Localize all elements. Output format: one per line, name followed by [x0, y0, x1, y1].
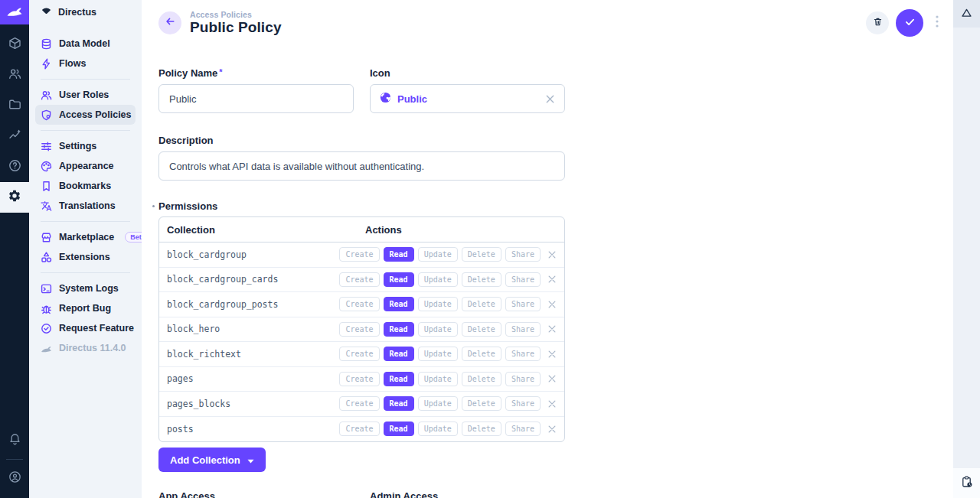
permission-chip-delete[interactable]: Delete: [462, 247, 501, 262]
sidebar-item-request-feature[interactable]: Request Feature: [35, 318, 136, 338]
permission-chip-update[interactable]: Update: [418, 422, 458, 436]
module-bar-divider: [6, 459, 23, 460]
permission-chip-delete[interactable]: Delete: [462, 422, 501, 436]
main-area: Access Policies Public Policy: [142, 0, 953, 498]
permission-chip-read[interactable]: Read: [384, 322, 414, 337]
more-options-button[interactable]: [930, 11, 944, 34]
module-content[interactable]: [0, 29, 29, 60]
module-users[interactable]: [0, 60, 29, 90]
notifications-button[interactable]: [0, 425, 29, 456]
directus-logo[interactable]: [0, 0, 29, 24]
permission-chip-share[interactable]: Share: [505, 297, 541, 311]
permission-chip-share[interactable]: Share: [505, 272, 541, 287]
permission-chip-update[interactable]: Update: [418, 247, 458, 262]
permission-chip-read[interactable]: Read: [384, 247, 414, 262]
policy-name-input[interactable]: [158, 84, 354, 113]
permission-chip-create[interactable]: Create: [339, 322, 379, 337]
kebab-icon: [936, 15, 939, 31]
permission-chip-create[interactable]: Create: [339, 247, 379, 262]
sidebar-item-report-bug[interactable]: Report Bug: [35, 298, 136, 318]
remove-row-icon[interactable]: [547, 350, 557, 359]
sidebar-item-flows[interactable]: Flows: [35, 54, 136, 73]
permission-chip-delete[interactable]: Delete: [462, 272, 501, 287]
folder-icon: [8, 98, 21, 114]
permission-chip-update[interactable]: Update: [418, 272, 458, 287]
permission-chip-update[interactable]: Update: [418, 297, 458, 311]
page-title: Public Policy: [190, 19, 282, 36]
permission-chip-create[interactable]: Create: [339, 347, 379, 361]
sidebar-item-translations[interactable]: Translations: [35, 196, 136, 216]
sidebar-item-appearance[interactable]: Appearance: [35, 156, 136, 176]
permission-chip-create[interactable]: Create: [339, 396, 379, 411]
permission-chip-update[interactable]: Update: [418, 322, 458, 337]
sidebar-item-user-roles[interactable]: User Roles: [35, 85, 136, 105]
delete-policy-button[interactable]: [866, 11, 889, 34]
permission-chip-share[interactable]: Share: [505, 422, 541, 436]
remove-row-icon[interactable]: [547, 300, 557, 309]
permission-chip-update[interactable]: Update: [418, 347, 458, 361]
permissions-table-header: Collection Actions: [159, 217, 564, 242]
permission-chip-update[interactable]: Update: [418, 372, 458, 386]
revisions-button[interactable]: [953, 468, 980, 498]
back-button[interactable]: [158, 11, 181, 34]
sidebar-item-settings[interactable]: Settings: [35, 136, 136, 156]
sidebar-item-label: Translations: [59, 200, 116, 211]
bell-icon: [8, 433, 21, 449]
permission-chip-read[interactable]: Read: [384, 297, 414, 311]
permission-chip-read[interactable]: Read: [384, 272, 414, 287]
permission-chip-create[interactable]: Create: [339, 297, 379, 311]
sidebar-item-data-model[interactable]: Data Model: [35, 34, 136, 54]
permission-chip-share[interactable]: Share: [505, 396, 541, 411]
clear-icon[interactable]: [545, 94, 555, 104]
account-button[interactable]: [0, 463, 29, 493]
breadcrumb[interactable]: Access Policies: [190, 10, 282, 19]
module-settings[interactable]: [0, 182, 29, 213]
permission-chip-delete[interactable]: Delete: [462, 372, 501, 386]
project-header[interactable]: Directus: [29, 0, 142, 24]
feature-icon: [41, 323, 52, 334]
remove-row-icon[interactable]: [547, 425, 557, 434]
remove-row-icon[interactable]: [547, 374, 557, 383]
permission-chip-share[interactable]: Share: [505, 247, 541, 262]
shield-icon: [41, 109, 52, 121]
sidebar-item-label: User Roles: [59, 90, 109, 100]
sidebar-item-extensions[interactable]: Extensions: [35, 247, 136, 267]
permission-chip-share[interactable]: Share: [505, 372, 541, 386]
permission-chip-read[interactable]: Read: [384, 347, 414, 361]
permission-chip-update[interactable]: Update: [418, 396, 458, 411]
sidebar-item-access-policies[interactable]: Access Policies: [35, 105, 136, 125]
icon-input[interactable]: Public: [370, 84, 565, 113]
remove-row-icon[interactable]: [547, 275, 557, 284]
permission-chip-create[interactable]: Create: [339, 422, 379, 436]
add-collection-button[interactable]: Add Collection: [158, 448, 266, 472]
module-docs[interactable]: [0, 151, 29, 182]
permission-chip-create[interactable]: Create: [339, 272, 379, 287]
gear-icon: [8, 189, 21, 206]
triangle-icon: [961, 7, 972, 21]
access-toggles-row: App Access Admin Access: [158, 490, 565, 498]
save-button[interactable]: [896, 9, 923, 37]
permission-chip-read[interactable]: Read: [384, 372, 414, 386]
sidebar-item-marketplace[interactable]: MarketplaceBeta: [35, 227, 136, 247]
permission-chip-delete[interactable]: Delete: [462, 322, 501, 337]
permission-chip-create[interactable]: Create: [339, 372, 379, 386]
permission-chip-delete[interactable]: Delete: [462, 297, 501, 311]
sidebar-item-system-logs[interactable]: System Logs: [35, 278, 136, 298]
permission-chip-read[interactable]: Read: [384, 422, 414, 436]
remove-row-icon[interactable]: [547, 250, 557, 259]
module-files[interactable]: [0, 90, 29, 121]
sidebar-item-label: Access Policies: [59, 109, 132, 120]
description-input[interactable]: [158, 151, 565, 181]
permission-chip-share[interactable]: Share: [505, 347, 541, 361]
permission-chip-delete[interactable]: Delete: [462, 347, 501, 361]
sidebar-toggle-button[interactable]: [953, 0, 980, 28]
remove-row-icon[interactable]: [547, 399, 557, 408]
permission-chip-share[interactable]: Share: [505, 322, 541, 337]
module-insights[interactable]: [0, 121, 29, 151]
people-icon: [41, 90, 52, 101]
project-name: Directus: [58, 7, 96, 18]
permission-chip-read[interactable]: Read: [384, 396, 414, 411]
permission-chip-delete[interactable]: Delete: [462, 396, 501, 411]
remove-row-icon[interactable]: [547, 324, 557, 334]
sidebar-item-bookmarks[interactable]: Bookmarks: [35, 176, 136, 196]
